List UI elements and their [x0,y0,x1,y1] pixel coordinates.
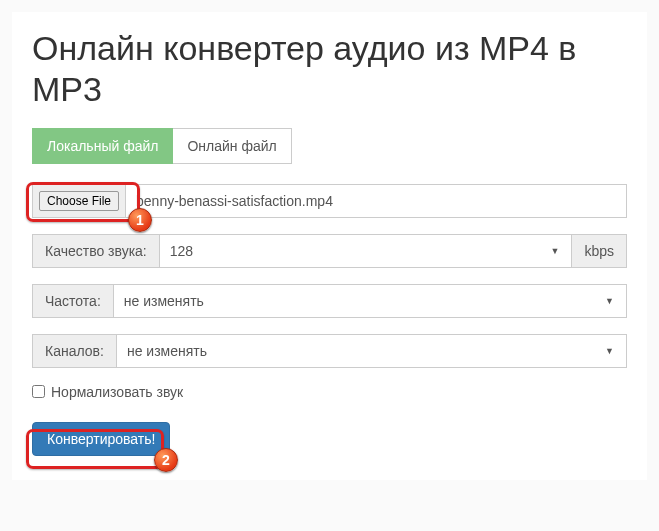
channels-row: Каналов: не изменять [32,334,627,368]
tab-online-file[interactable]: Онлайн файл [173,128,291,164]
quality-label: Качество звука: [32,234,159,268]
source-tabs: Локальный файл Онлайн файл [32,128,627,164]
choose-file-wrap: Choose File [32,184,125,218]
quality-select[interactable]: 128 [159,234,573,268]
convert-button[interactable]: Конвертировать! [32,422,170,456]
choose-file-button[interactable]: Choose File [39,191,119,211]
channels-label: Каналов: [32,334,116,368]
normalize-row: Нормализовать звук [32,384,627,400]
frequency-label: Частота: [32,284,113,318]
converter-panel: Онлайн конвертер аудио из MP4 в MP3 Лока… [12,12,647,480]
file-row: Choose File benny-benassi-satisfaction.m… [32,184,627,218]
frequency-select[interactable]: не изменять [113,284,627,318]
channels-select[interactable]: не изменять [116,334,627,368]
normalize-label: Нормализовать звук [51,384,183,400]
frequency-row: Частота: не изменять [32,284,627,318]
quality-row: Качество звука: 128 kbps [32,234,627,268]
page-title: Онлайн конвертер аудио из MP4 в MP3 [32,28,627,110]
normalize-checkbox[interactable] [32,385,45,398]
quality-unit: kbps [572,234,627,268]
tab-local-file[interactable]: Локальный файл [32,128,173,164]
filename-display: benny-benassi-satisfaction.mp4 [125,184,627,218]
